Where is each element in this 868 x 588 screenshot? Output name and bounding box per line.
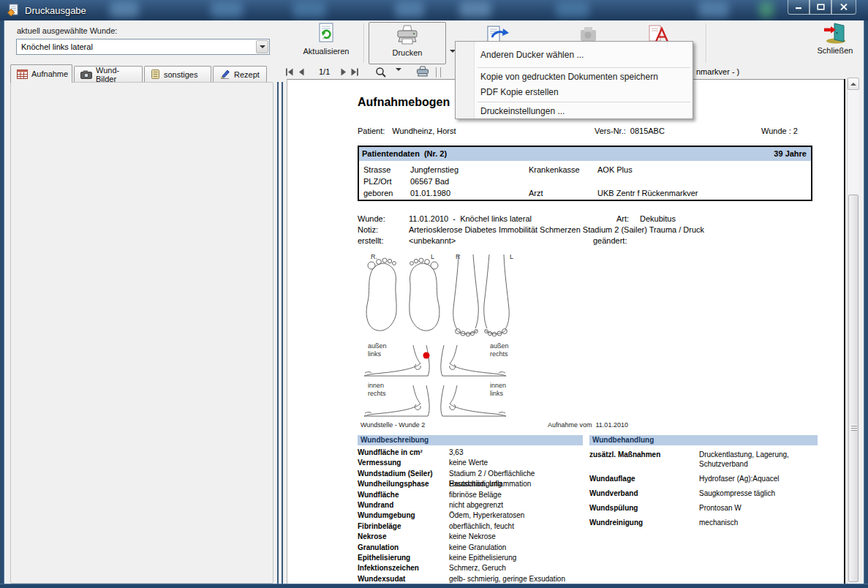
wound-select-arrow-button[interactable] (256, 40, 268, 53)
close-window-button[interactable] (831, 0, 856, 15)
table-row: Vermessung keine Werte (358, 458, 583, 468)
window-border-right (864, 20, 868, 588)
close-dialog-button[interactable]: Schließen (809, 22, 861, 64)
row-value: Prontosan W (699, 503, 741, 513)
window-border-left (0, 20, 4, 588)
row-label: Wundfläche (358, 490, 449, 500)
wound-label: Wunde: (358, 214, 385, 223)
preview-toolbar-separator (440, 67, 441, 78)
born-value: 01.01.1980 (410, 189, 450, 197)
minimize-button[interactable] (788, 0, 809, 15)
row-label: Infektionszeichen (358, 563, 449, 573)
diagram-label-l1: L (431, 253, 434, 260)
menu-item-print-settings[interactable]: Druckeinstellungen ... (456, 103, 692, 118)
toolbar-separator (363, 23, 364, 63)
tab-label: Aufnahme (31, 69, 68, 78)
menu-item-create-pdf[interactable]: PDF Kopie erstellen (456, 84, 692, 99)
doctor-value: UKB Zentr f Rückenmarkver (597, 189, 698, 197)
preview-scrollbar[interactable] (847, 78, 858, 584)
maximize-button[interactable] (809, 0, 831, 15)
tab-page-panel (10, 82, 273, 584)
row-label: Fibrinbeläge (358, 521, 449, 532)
print-label: Drucken (393, 48, 423, 57)
row-value: Stadium 2 / Oberflächliche Hautschädigun… (449, 469, 583, 479)
notes-icon (151, 69, 160, 79)
wound-description-rows: Wundfläche in cm² 3,63 Vermessung keine … (358, 448, 583, 584)
row-label: Wundstadium (Seiler) (358, 469, 449, 479)
foot-location-diagram: R. L R L außen links außen rechts innen … (356, 250, 521, 421)
table-icon (17, 69, 28, 79)
tab-aufnahme[interactable]: Aufnahme (10, 64, 72, 83)
table-row: Wundheilungsphase Exsudation, Inflammati… (358, 479, 583, 489)
table-row: Wundfläche fibrinöse Beläge (358, 490, 583, 500)
diagram-label-l2: L (510, 253, 513, 260)
wound-select-dropdown[interactable]: Knöchel links lateral (16, 39, 270, 55)
row-value: keine Epithelisierung (449, 553, 516, 563)
table-row: Wundverband Saugkompresse täglich (589, 489, 818, 498)
document-title: Aufnahmebogen (358, 96, 450, 109)
row-value: Ödem, Hyperkeratosen (449, 510, 524, 521)
created-value: <unbekannt> (409, 236, 456, 245)
diagram-label-aussen-links-1: außen (368, 342, 387, 350)
diagram-caption-right: Aufnahme vom 11.01.2010 (548, 421, 628, 429)
document-page: Aufnahmebogen Patient:Wundheinz, Horst V… (287, 79, 844, 584)
diagram-label-innen-rechts-2: rechts (368, 390, 386, 397)
last-page-button[interactable] (349, 67, 360, 77)
table-row: zusätzl. Maßnahmen Druckentlastung, Lage… (589, 450, 818, 469)
doctor-label: Arzt (529, 189, 543, 197)
previous-page-button[interactable] (298, 67, 306, 77)
diagram-label-aussen-links-2: links (368, 350, 382, 358)
table-row: Wundspülung Prontosan W (589, 503, 818, 513)
row-label: Epithelisierung (358, 553, 449, 563)
wound-select-label: aktuell ausgewählte Wunde: (17, 26, 117, 35)
table-row: Wundrand nicht abgegrenzt (358, 500, 583, 510)
tab-label: sonstiges (164, 70, 197, 79)
insurance-line: Vers-Nr.:0815ABC (595, 127, 665, 135)
preview-toolbar-separator (436, 67, 437, 78)
wound-marker-dot (423, 353, 430, 359)
splitter[interactable] (276, 82, 286, 584)
scroll-up-button[interactable] (848, 78, 859, 90)
zoom-icon[interactable] (375, 67, 387, 78)
menu-separator (478, 102, 690, 102)
tab-sonstiges[interactable]: sonstiges (144, 66, 211, 82)
insurer-label: Krankenkasse (529, 165, 580, 174)
row-value: oberflächlich, feucht (449, 521, 514, 532)
wound-number: Wunde : 2 (761, 127, 798, 135)
note-value: Arteriosklerose Diabetes Immobilität Sch… (409, 225, 704, 234)
row-label: Wundfläche in cm² (358, 448, 449, 458)
plz-value: 06567 Bad (410, 177, 449, 186)
street-value: Jungfernstieg (410, 165, 458, 174)
first-page-button[interactable] (284, 67, 295, 77)
toolbar-separator (706, 23, 706, 63)
row-label: Wundreinigung (589, 518, 699, 527)
print-button[interactable]: Drucken (369, 22, 446, 64)
window-title: Druckausgabe (25, 5, 86, 16)
table-row: Epithelisierung keine Epithelisierung (358, 553, 583, 563)
row-label: zusätzl. Maßnahmen (589, 450, 699, 469)
tab-wund-bilder[interactable]: Wund-Bilder (74, 66, 143, 82)
wound-treatment-header: Wundbehandlung (589, 435, 818, 445)
scrollbar-thumb[interactable] (848, 195, 858, 582)
row-value: Saugkompresse täglich (699, 489, 775, 498)
refresh-button[interactable]: Aktualisieren (291, 23, 361, 64)
diagram-label-r1: R. (371, 253, 377, 260)
patient-age: 39 Jahre (774, 149, 807, 158)
row-label: Granulation (358, 543, 449, 553)
row-label: Wundexsudat (358, 574, 449, 584)
table-row: Wundauflage Hydrofaser (Ag):Aquacel (589, 474, 818, 483)
diagram-label-aussen-rechts-1: außen (490, 342, 509, 350)
row-value: keine Granulation (449, 543, 506, 553)
preview-print-icon[interactable] (415, 66, 430, 77)
menu-item-save-copy[interactable]: Kopie von gedruckten Dokumenten speicher… (456, 69, 692, 84)
diagram-label-aussen-rechts-2: rechts (490, 350, 508, 358)
close-dialog-label: Schließen (818, 46, 853, 55)
next-page-button[interactable] (339, 67, 347, 77)
row-value: keine Werte (449, 458, 488, 468)
table-row: Wundumgebung Ödem, Hyperkeratosen (358, 510, 583, 521)
tab-rezept[interactable]: Rezept (213, 66, 267, 82)
window-controls (788, 0, 856, 15)
patient-context-label-partial: nmarkver - ) (696, 67, 739, 76)
insurance-number: 0815ABC (630, 127, 665, 135)
menu-item-choose-printer[interactable]: Anderen Ducker wählen ... (456, 45, 692, 65)
